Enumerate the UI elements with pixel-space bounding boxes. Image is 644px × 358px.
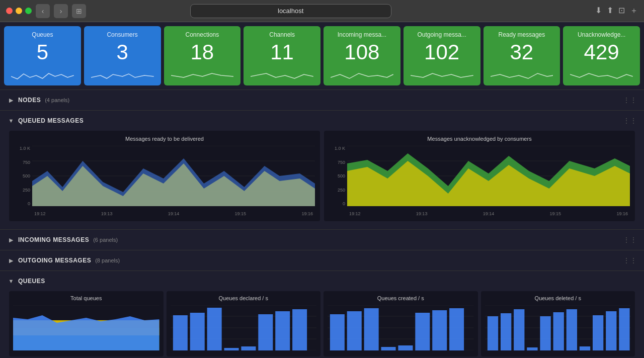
maximize-button[interactable] (25, 8, 32, 14)
section-title-queued: QUEUED MESSAGES (18, 117, 84, 124)
chart-x-labels-unacked: 19:12 19:13 19:14 19:15 19:16 (347, 211, 630, 216)
svg-marker-20 (13, 315, 159, 350)
chart-queues-declared: Queues declared / s (167, 291, 321, 356)
y-label: 750 (23, 160, 30, 165)
metric-card-outgoing[interactable]: Outgoing messa... 102 (404, 26, 480, 85)
section-header-queued[interactable]: ▼ QUEUED MESSAGES ⋮⋮ (7, 113, 637, 129)
chevron-right-icon: ▶ (7, 256, 15, 264)
y-label: 500 (338, 173, 345, 178)
section-header-incoming[interactable]: ▶ INCOMING MESSAGES (6 panels) ⋮⋮ (7, 232, 637, 248)
x-label: 19:13 (416, 211, 428, 216)
svg-rect-31 (258, 314, 273, 350)
x-label: 19:13 (101, 211, 113, 216)
sidebar-toggle-button[interactable]: ⊞ (72, 4, 86, 18)
chart-area-total-queues (13, 305, 159, 350)
section-title-outgoing: OUTGOING MESSAGES (18, 257, 91, 264)
section-menu-dots[interactable]: ⋮⋮ (623, 96, 637, 104)
y-label: 500 (23, 173, 30, 178)
chart-title-created: Queues created / s (328, 295, 474, 301)
metric-card-incoming[interactable]: Incoming messa... 108 (324, 26, 400, 85)
svg-rect-52 (487, 316, 498, 350)
metric-card-title: Connections (171, 31, 234, 38)
chevron-right-icon: ▶ (7, 96, 15, 104)
metric-card-title: Outgoing messa... (411, 31, 473, 38)
queued-charts-row: Messages ready to be delivered 1.0 K 750… (7, 129, 637, 227)
chart-queues-deleted: Queues deleted / s (481, 291, 635, 356)
section-header-outgoing[interactable]: ▶ OUTGOING MESSAGES (8 panels) ⋮⋮ (7, 252, 637, 268)
download-icon[interactable]: ⬇ (595, 6, 602, 16)
metric-card-consumers[interactable]: Consumers 3 (84, 26, 161, 85)
section-title-queues: QUEUES (18, 278, 45, 285)
chart-area-unacked: 1.0 K 750 500 250 0 (329, 146, 630, 216)
section-menu-dots[interactable]: ⋮⋮ (623, 236, 637, 244)
svg-rect-27 (190, 313, 204, 350)
chart-title-ready: Messages ready to be delivered (14, 136, 315, 142)
minimize-button[interactable] (16, 8, 22, 14)
svg-rect-60 (593, 315, 603, 350)
metric-card-value: 32 (491, 40, 553, 64)
chevron-down-icon: ▼ (7, 117, 15, 125)
svg-rect-39 (330, 314, 345, 350)
fullscreen-icon[interactable]: ⊡ (618, 6, 625, 16)
metric-card-title: Ready messages (491, 31, 553, 38)
y-label: 1.0 K (335, 146, 345, 151)
metric-card-ready[interactable]: Ready messages 32 (484, 26, 560, 85)
section-subtitle-incoming: (6 panels) (93, 237, 118, 243)
queues-charts-row: Total queues (7, 289, 637, 358)
section-menu-dots[interactable]: ⋮⋮ (623, 256, 637, 264)
metric-card-value: 3 (91, 40, 154, 64)
section-outgoing: ▶ OUTGOING MESSAGES (8 panels) ⋮⋮ (0, 250, 644, 271)
sparkline-connections (171, 66, 234, 81)
section-queued-messages: ▼ QUEUED MESSAGES ⋮⋮ Messages ready to b… (0, 110, 644, 229)
svg-rect-55 (527, 347, 537, 350)
section-subtitle-nodes: (4 panels) (45, 97, 69, 103)
metric-card-unacked[interactable]: Unacknowledge... 429 (563, 26, 640, 85)
svg-rect-41 (364, 308, 379, 350)
metric-card-channels[interactable]: Channels 11 (244, 26, 320, 85)
section-title-nodes: NODES (18, 97, 41, 104)
svg-rect-53 (500, 313, 511, 350)
y-label: 750 (338, 160, 345, 165)
close-button[interactable] (6, 8, 13, 14)
x-label: 19:12 (34, 211, 46, 216)
share-icon[interactable]: ⬆ (607, 6, 613, 16)
section-header-queues[interactable]: ▼ QUEUES (7, 273, 637, 289)
metric-card-title: Channels (251, 31, 313, 38)
metric-card-value: 18 (171, 40, 234, 64)
section-menu-dots[interactable]: ⋮⋮ (623, 117, 637, 125)
sparkline-ready (491, 66, 553, 81)
chart-y-labels-ready: 1.0 K 750 500 250 0 (14, 146, 32, 206)
x-label: 19:14 (483, 211, 495, 216)
new-tab-icon[interactable]: ＋ (630, 6, 638, 16)
svg-rect-32 (275, 311, 290, 350)
svg-rect-33 (292, 309, 307, 350)
address-bar[interactable]: localhost (190, 4, 391, 18)
chart-queues-created: Queues created / s (324, 291, 478, 356)
traffic-lights (6, 8, 32, 14)
back-button[interactable]: ‹ (36, 4, 50, 18)
svg-rect-57 (553, 312, 564, 350)
toolbar-icons: ⬇ ⬆ ⊡ ＋ (595, 6, 638, 16)
section-subtitle-outgoing: (8 panels) (95, 257, 120, 263)
forward-button[interactable]: › (54, 4, 68, 18)
svg-rect-56 (540, 316, 550, 350)
chart-x-labels-ready: 19:12 19:13 19:14 19:15 19:16 (32, 211, 315, 216)
section-incoming: ▶ INCOMING MESSAGES (6 panels) ⋮⋮ (0, 229, 644, 250)
section-queues: ▼ QUEUES Total queues (0, 271, 644, 358)
sparkline-unacked (570, 66, 633, 81)
section-header-nodes[interactable]: ▶ NODES (4 panels) ⋮⋮ (7, 92, 637, 108)
y-label: 0 (343, 201, 345, 206)
svg-rect-45 (432, 310, 447, 350)
y-label: 0 (28, 201, 30, 206)
svg-rect-44 (415, 313, 430, 350)
svg-rect-58 (566, 309, 577, 350)
metric-card-value: 102 (411, 40, 473, 64)
metric-card-connections[interactable]: Connections 18 (164, 26, 241, 85)
sparkline-channels (251, 66, 313, 81)
chevron-right-icon: ▶ (7, 236, 15, 244)
metric-card-title: Consumers (91, 31, 154, 38)
metric-card-queues[interactable]: Queues 5 (4, 26, 81, 85)
svg-rect-28 (207, 308, 221, 350)
y-label: 1.0 K (20, 146, 30, 151)
svg-rect-42 (381, 347, 396, 350)
